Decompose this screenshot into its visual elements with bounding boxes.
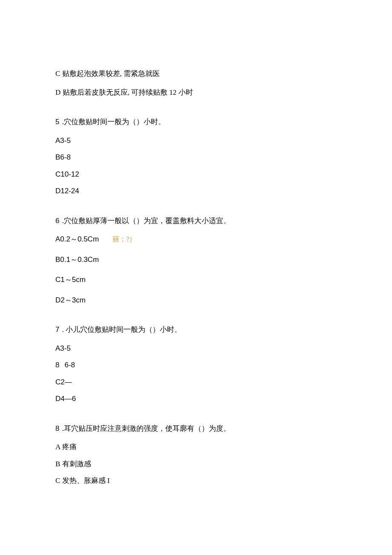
question-text: .穴位敷贴时间一般为（）小时。 bbox=[60, 118, 165, 126]
q7-option-d: D4—6 bbox=[55, 393, 337, 404]
q7-option-b-num: 8 bbox=[55, 361, 59, 369]
q8-option-a: A 疼痛 bbox=[55, 442, 337, 453]
question-number: 8 bbox=[55, 424, 60, 433]
q7-option-b: 86-8 bbox=[55, 360, 337, 371]
question-number: 5 bbox=[55, 118, 60, 126]
inline-note: 丽；?） bbox=[112, 235, 136, 243]
option-c-pre: C 贴敷起泡效果较差, 需紧急就医 bbox=[55, 68, 337, 79]
question-number: 7 bbox=[55, 325, 60, 334]
q6-option-d: D2～3cm bbox=[55, 295, 337, 306]
q5-option-c: C10-12 bbox=[55, 169, 337, 180]
document-page: C 贴敷起泡效果较差, 需紧急就医 D 贴敷后若皮肤无反应, 可持续贴敷 12 … bbox=[0, 0, 392, 526]
question-8: 8 .耳穴贴压时应注意刺激的强度，使耳廓有（）为度。 bbox=[55, 423, 337, 434]
question-text: .耳穴贴压时应注意刺激的强度，使耳廓有（）为度。 bbox=[60, 424, 231, 433]
question-5: 5 .穴位敷贴时间一般为（）小时。 bbox=[55, 116, 337, 128]
q8-option-c: C 发热、胀麻感 I bbox=[55, 475, 337, 486]
question-7: 7 . 小儿穴位敷贴时间一般为（）小时。 bbox=[55, 324, 337, 335]
q8-option-b: B 有刺激感 bbox=[55, 459, 337, 470]
q5-option-a: A3-5 bbox=[55, 135, 337, 146]
question-6: 6 .穴位敷贴厚薄一般以（）为宜，覆盖敷料大小适宜。 bbox=[55, 215, 337, 227]
question-number: 6 bbox=[55, 217, 60, 225]
q6-option-a: A0.2～0.5Cm 丽；?） bbox=[55, 234, 337, 245]
option-d-pre: D 贴敷后若皮肤无反应, 可持续贴敷 12 小时 bbox=[55, 87, 337, 98]
q5-option-d: D12-24 bbox=[55, 186, 337, 197]
q7-option-c: C2— bbox=[55, 377, 337, 388]
question-text: .穴位敷贴厚薄一般以（）为宜，覆盖敷料大小适宜。 bbox=[60, 217, 231, 225]
q6-option-c: C1～5cm bbox=[55, 274, 337, 285]
q5-option-b: B6-8 bbox=[55, 152, 337, 163]
q7-option-a: A3-5 bbox=[55, 343, 337, 354]
q6-option-a-text: A0.2～0.5Cm bbox=[55, 235, 99, 243]
question-text: . 小儿穴位敷贴时间一般为（）小时。 bbox=[60, 325, 182, 334]
q6-option-b: B0.1～0.3Cm bbox=[55, 254, 337, 265]
q7-option-b-text: 6-8 bbox=[64, 361, 75, 369]
